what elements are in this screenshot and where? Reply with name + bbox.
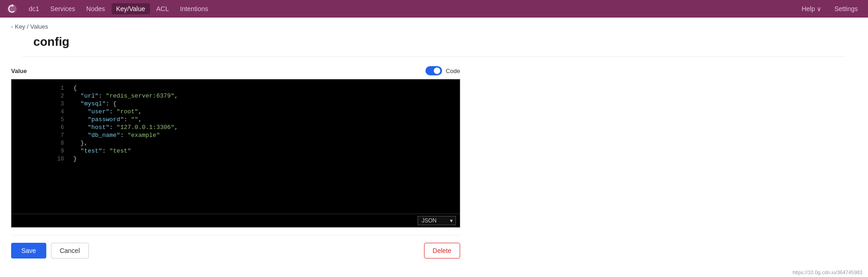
nav-services[interactable]: Services: [46, 3, 80, 14]
code-editor[interactable]: 1 { 2 "url": "redis_server:6379", 3 "mys…: [12, 80, 460, 214]
nav-keyvalue[interactable]: Key/Value: [112, 3, 150, 14]
line-num-9: 9: [12, 147, 69, 155]
nav-intentions[interactable]: Intentions: [175, 3, 213, 14]
line-content-4: "user": "root",: [69, 108, 460, 116]
nav-acl[interactable]: ACL: [152, 3, 174, 14]
line-num-8: 8: [12, 139, 69, 147]
line-content-7: "db_name": "example": [69, 131, 460, 139]
line-num-empty: [12, 163, 69, 209]
nav-help[interactable]: Help ∨: [797, 3, 826, 14]
datacenter-label: dc1: [24, 3, 44, 14]
line-num-6: 6: [12, 123, 69, 131]
nav-settings[interactable]: Settings: [830, 3, 862, 14]
value-label: Value: [11, 68, 27, 74]
line-content-3: "mysql": {: [69, 100, 460, 108]
line-content-9: "test": "test": [69, 147, 460, 155]
page-title: config: [22, 30, 846, 57]
line-content-5: "password": "",: [69, 116, 460, 123]
save-button[interactable]: Save: [11, 243, 46, 259]
line-num-4: 4: [12, 108, 69, 116]
code-toggle-switch[interactable]: [425, 66, 442, 75]
code-line-9: 9 "test": "test": [12, 147, 460, 155]
lang-select-wrapper: JSON YAML HCL Plain Text ▼: [418, 216, 456, 225]
code-line-2: 2 "url": "redis_server:6379",: [12, 92, 460, 100]
line-num-2: 2: [12, 92, 69, 100]
main-content: Value Code 1 { 2 "url": "redis_server:63…: [0, 57, 868, 268]
line-content-6: "host": "127.0.0.1:3306",: [69, 123, 460, 131]
breadcrumb-link[interactable]: Key / Values: [15, 23, 48, 30]
language-select[interactable]: JSON YAML HCL Plain Text: [418, 216, 456, 225]
code-toggle: Code: [425, 66, 460, 75]
action-bar: Save Cancel Delete: [11, 243, 460, 259]
nav-right: Help ∨ Settings: [797, 3, 862, 14]
code-line-8: 8 },: [12, 139, 460, 147]
line-content-10: }: [69, 155, 460, 163]
cancel-button[interactable]: Cancel: [51, 243, 89, 259]
consul-logo[interactable]: [6, 2, 19, 15]
line-content-2: "url": "redis_server:6379",: [69, 92, 460, 100]
code-editor-wrapper: 1 { 2 "url": "redis_server:6379", 3 "mys…: [11, 79, 460, 228]
top-nav: dc1 Services Nodes Key/Value ACL Intenti…: [0, 0, 868, 18]
editor-footer: JSON YAML HCL Plain Text ▼: [12, 214, 460, 227]
action-right: Delete: [424, 243, 460, 259]
line-num-1: 1: [12, 84, 69, 92]
line-content-8: },: [69, 139, 460, 147]
line-content-1: {: [69, 84, 460, 92]
code-line-10: 10 }: [12, 155, 460, 163]
breadcrumb-sep: ‹: [11, 24, 13, 30]
code-line-empty: [12, 163, 460, 209]
breadcrumb: ‹ Key / Values: [0, 18, 868, 30]
code-line-3: 3 "mysql": {: [12, 100, 460, 108]
code-line-5: 5 "password": "",: [12, 116, 460, 123]
line-num-5: 5: [12, 116, 69, 123]
value-header: Value Code: [11, 66, 460, 75]
code-line-6: 6 "host": "127.0.0.1:3306",: [12, 123, 460, 131]
line-num-10: 10: [12, 155, 69, 163]
line-content-empty: [69, 163, 460, 209]
section-divider: [11, 235, 460, 235]
code-line-7: 7 "db_name": "example": [12, 131, 460, 139]
action-left: Save Cancel: [11, 243, 89, 259]
delete-button[interactable]: Delete: [424, 243, 460, 259]
line-num-7: 7: [12, 131, 69, 139]
code-toggle-label: Code: [446, 68, 460, 74]
line-num-3: 3: [12, 100, 69, 108]
code-line-1: 1 {: [12, 84, 460, 92]
nav-nodes[interactable]: Nodes: [81, 3, 109, 14]
code-line-4: 4 "user": "root",: [12, 108, 460, 116]
